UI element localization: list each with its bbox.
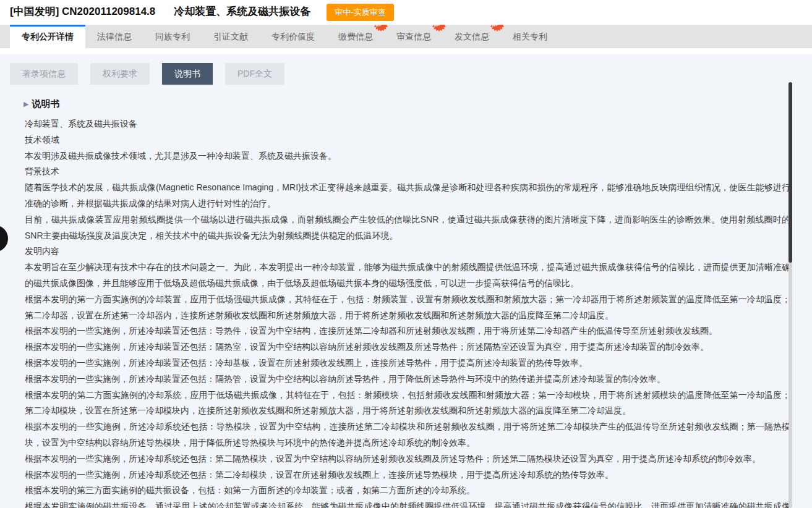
specification-paragraph: 背景技术 [25,164,790,180]
specification-text: 冷却装置、系统及磁共振设备 技术领域 本发明涉及磁共振成像技术领域，尤其是涉及一… [25,116,790,508]
status-badge: 审中-实质审查 [327,4,393,21]
specification-paragraph: 根据本发明的一些实施例，所述冷却系统还包括：第二隔热模块，设置为中空结构以容纳所… [25,451,790,467]
main-tab-label: 相关专利 [513,32,547,41]
subtab[interactable]: 说明书 [162,63,213,85]
subtab-label: 说明书 [174,69,200,78]
main-tab[interactable]: 引证文献 NEW [202,25,260,48]
specification-paragraph: 根据本发明的一些实施例，所述冷却系统还包括：导热模块，设置为中空结构，连接所述第… [25,419,790,451]
main-tab-label: 引证文献 [213,32,248,41]
patent-number: [中国发明] CN202011209814.8 [10,6,155,17]
specification-paragraph: 本发明涉及磁共振成像技术领域，尤其是涉及一种冷却装置、系统及磁共振设备。 [25,148,790,164]
specification-paragraph: 根据本发明的第一方面实施例的冷却装置，应用于低场强磁共振成像，其特征在于，包括：… [25,292,790,324]
specification-paragraph: 根据本发明的一些实施例，所述冷却系统还包括：第二冷却模块，设置在所述射频收发线圈… [25,467,790,483]
specification-paragraph: 根据本发明实施例的磁共振设备，通过采用上述的冷却装置或者冷却系统，能够为磁共振成… [25,499,790,508]
specification-paragraph: 根据本发明的一些实施例，所述冷却装置还包括：隔热管，设置为中空结构以容纳所述导热… [25,371,790,387]
main-tab-label: 缴费信息 [338,32,373,41]
specification-paragraph: 技术领域 [25,132,790,148]
specification-paragraph: 根据本发明的第二方面实施例的冷却系统，应用于低场磁共振成像，其特征在于，包括：射… [25,387,790,420]
subtab-label: 著录项信息 [22,69,66,78]
main-tab-label: 发文信息 [455,32,489,41]
specification-paragraph: 根据本发明的一些实施例，所述冷却装置还包括：冷却基板，设置在所述射频收发线圈上，… [25,355,790,371]
scrollbar-thumb[interactable] [788,82,792,263]
main-tab[interactable]: 专利公开详情 NEW [10,25,85,54]
subtab[interactable]: 著录项信息 [10,63,78,85]
specification-paragraph: 随着医学技术的发展，磁共振成像(Magnetic Resonance Imagi… [25,180,790,212]
main-tab-label: 同族专利 [155,32,190,41]
patent-detail-page: [中国发明] CN202011209814.8冷却装置、系统及磁共振设备审中-实… [0,0,812,508]
content-area: 著录项信息 权利要求 说明书 PDF全文 ▶说明书 冷却装置、系统及磁共 [0,54,812,508]
subtab-bar: 著录项信息 权利要求 说明书 PDF全文 [10,63,812,85]
subtab-label: PDF全文 [237,69,272,78]
section-heading-label: 说明书 [32,98,59,109]
main-tab[interactable]: 相关专利 NEW [501,25,559,48]
main-tab[interactable]: 同族专利 NEW [143,25,202,48]
main-tab-label: 审查信息 [396,32,431,41]
page-header: [中国发明] CN202011209814.8冷却装置、系统及磁共振设备审中-实… [0,0,812,25]
specification-paragraph: 根据本发明的一些实施例，所述冷却装置还包括：隔热室，设置为中空结构以容纳所述射频… [25,339,790,355]
specification-paragraph: 根据本发明的第三方面实施例的磁共振设备，包括：如第一方面所述的冷却装置；或者，如… [25,483,790,499]
subtab-label: 权利要求 [103,69,137,78]
scrollbar-track[interactable] [788,82,792,508]
page-title: [中国发明] CN202011209814.8冷却装置、系统及磁共振设备审中-实… [10,4,394,21]
main-tab-bar: 专利公开详情 NEW 法律信息 NEW 同族专利 NEW 引证文献 NEW 专利… [0,25,812,48]
main-tab[interactable]: 专利价值度 NEW [260,25,327,48]
specification-paragraph: 根据本发明的一些实施例，所述冷却装置还包括：导热件，设置为中空结构，连接所述第二… [25,323,790,339]
triangle-collapse-icon: ▶ [24,100,28,108]
specification-paragraph: 目前，磁共振成像装置应用射频线圈提供一个磁场以进行磁共振成像，而射频线圈会产生较… [25,212,790,244]
specification-paragraph: 发明内容 [25,243,790,260]
main-tab-label: 专利价值度 [271,32,315,41]
main-tab-label: 法律信息 [97,32,132,41]
patent-name: 冷却装置、系统及磁共振设备 [174,6,310,17]
main-tab[interactable]: 缴费信息 NEW [327,25,385,48]
main-tab[interactable]: 审查信息 NEW [385,25,443,48]
tab-bar-divider [0,48,812,54]
subtab[interactable]: PDF全文 [225,63,284,85]
subtab[interactable]: 权利要求 [90,63,150,85]
main-tab[interactable]: 发文信息 NEW [443,25,501,48]
specification-paragraph: 冷却装置、系统及磁共振设备 [25,116,790,132]
main-tab-label: 专利公开详情 [22,32,74,41]
main-tab[interactable]: 法律信息 NEW [85,25,143,48]
section-heading[interactable]: ▶说明书 [24,98,812,110]
specification-paragraph: 本发明旨在至少解决现有技术中存在的技术问题之一。为此，本发明提出一种冷却装置，能… [25,260,790,292]
